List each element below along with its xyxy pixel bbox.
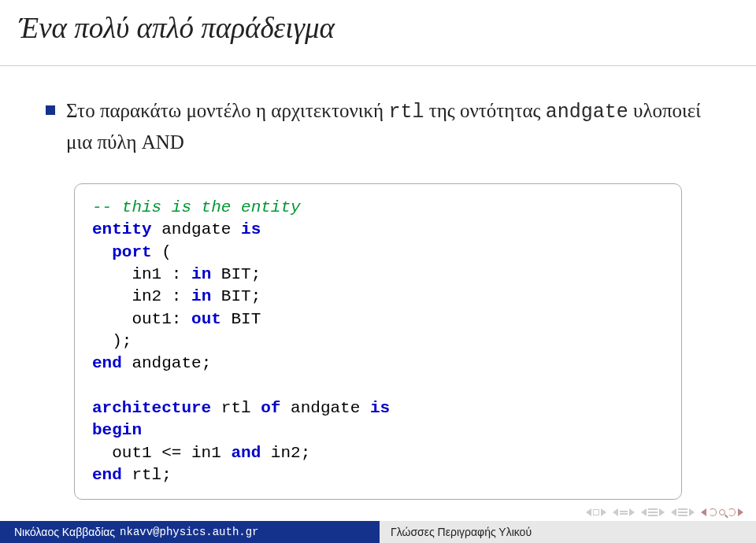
code-text: andgate; — [122, 354, 211, 372]
nav-section-lines-icon — [648, 508, 658, 516]
code-text: BIT — [221, 310, 261, 328]
code-keyword-end: end — [92, 466, 122, 484]
code-keyword-port: port — [92, 243, 152, 261]
square-bullet-icon — [46, 105, 55, 115]
nav-next-subsection-icon — [689, 508, 695, 516]
nav-misc-group[interactable] — [701, 508, 743, 516]
nav-prev-frame-icon — [613, 508, 618, 516]
code-keyword-begin: begin — [92, 421, 142, 439]
code-keyword-in: in — [191, 265, 211, 283]
code-text: andgate — [152, 220, 241, 238]
nav-subsection-group[interactable] — [671, 508, 695, 516]
code-text: ( — [152, 243, 172, 261]
nav-refresh-icon — [709, 508, 717, 516]
nav-frame-group[interactable] — [613, 508, 635, 516]
nav-prev-section-icon — [641, 508, 647, 516]
nav-section-group[interactable] — [641, 508, 665, 516]
code-text: out1 <= in1 — [92, 444, 231, 462]
nav-subsection-lines-icon — [678, 508, 687, 516]
code-keyword-entity: entity — [92, 220, 152, 238]
code-text: ); — [92, 332, 132, 350]
bullet-text-mid: της οντότητας — [424, 100, 545, 121]
code-text: rtl; — [122, 466, 172, 484]
bullet-text: Στο παρακάτω μοντέλο η αρχιτεκτονική rtl… — [66, 96, 710, 157]
code-keyword-out: out — [191, 310, 221, 328]
nav-next-section-icon — [659, 508, 665, 516]
nav-search-icon — [719, 509, 725, 515]
bullet-code-andgate: andgate — [546, 101, 628, 124]
footer-author: Νικόλαος Καββαδίας nkavv@physics.auth.gr — [0, 521, 380, 543]
nav-forward-icon — [738, 508, 743, 516]
footer-author-name: Νικόλαος Καββαδίας — [14, 526, 115, 538]
code-text: in2 : — [92, 287, 191, 305]
footer-author-email: nkavv@physics.auth.gr — [120, 526, 258, 538]
nav-slide-group[interactable] — [586, 508, 606, 516]
nav-next-frame-icon — [629, 508, 635, 516]
code-text: rtl — [211, 399, 261, 417]
code-comment: -- this is the entity — [92, 198, 301, 216]
code-block: -- this is the entity entity andgate is … — [74, 183, 682, 500]
code-text: BIT; — [211, 265, 261, 283]
bullet-item: Στο παρακάτω μοντέλο η αρχιτεκτονική rtl… — [46, 96, 710, 157]
code-keyword-end: end — [92, 354, 122, 372]
code-keyword-architecture: architecture — [92, 399, 211, 417]
nav-prev-subsection-icon — [671, 508, 676, 516]
beamer-nav-icons — [586, 508, 743, 516]
bullet-code-rtl: rtl — [388, 101, 424, 124]
code-text: andgate — [280, 399, 369, 417]
code-text: out1: — [92, 310, 191, 328]
content-area: Στο παρακάτω μοντέλο η αρχιτεκτονική rtl… — [0, 66, 756, 500]
code-blank-line — [92, 377, 102, 395]
footer-title-text: Γλώσσες Περιγραφής Υλικού — [391, 526, 532, 538]
code-keyword-of: of — [261, 399, 280, 417]
nav-back-icon — [701, 508, 706, 516]
footer: Νικόλαος Καββαδίας nkavv@physics.auth.gr… — [0, 521, 756, 543]
slide: Ένα πολύ απλό παράδειγμα Στο παρακάτω μο… — [0, 0, 756, 543]
code-keyword-is: is — [241, 220, 261, 238]
footer-title: Γλώσσες Περιγραφής Υλικού — [380, 521, 756, 543]
bullet-text-pre: Στο παρακάτω μοντέλο η αρχιτεκτονική — [66, 100, 388, 121]
code-keyword-and: and — [231, 444, 261, 462]
code-text: in2; — [261, 444, 310, 462]
code-text: BIT; — [211, 287, 261, 305]
code-keyword-in: in — [191, 287, 211, 305]
code-keyword-is: is — [370, 399, 390, 417]
nav-refresh2-icon — [728, 508, 736, 516]
nav-prev-slide-icon — [586, 508, 591, 516]
code-text: in1 : — [92, 265, 191, 283]
nav-frame-stack-icon — [620, 511, 628, 515]
nav-slide-icon — [593, 509, 599, 515]
nav-next-slide-icon — [601, 508, 606, 516]
page-title: Ένα πολύ απλό παράδειγμα — [0, 0, 756, 45]
